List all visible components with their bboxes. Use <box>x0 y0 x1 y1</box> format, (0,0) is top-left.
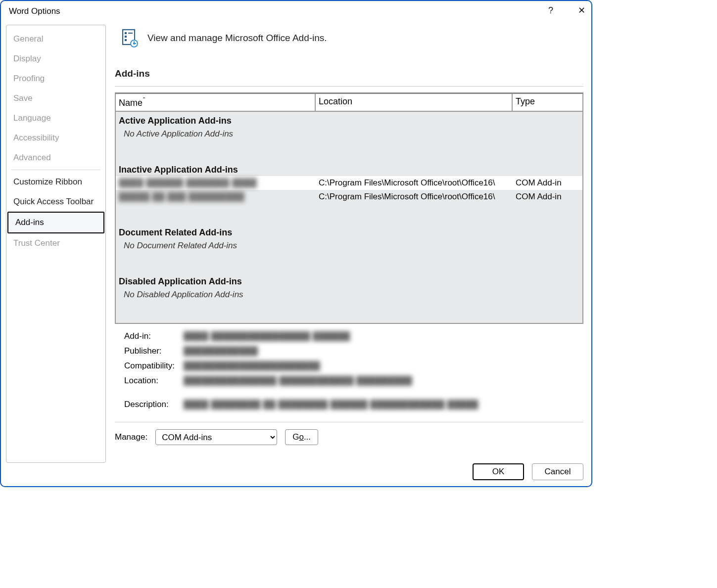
sidebar-item-accessibility[interactable]: Accessibility <box>6 128 105 148</box>
addins-header-icon <box>122 29 139 47</box>
titlebar: Word Options ? ✕ <box>1 1 591 22</box>
detail-label-location: Location: <box>124 376 184 386</box>
help-icon[interactable]: ? <box>546 5 556 16</box>
sidebar-item-language[interactable]: Language <box>6 108 105 128</box>
group-document-addins: Document Related Add-ins <box>116 224 582 239</box>
separator <box>115 422 583 422</box>
svg-rect-2 <box>125 36 127 38</box>
addin-type: COM Add-in <box>516 192 579 202</box>
column-header-name-label: Name <box>119 98 143 108</box>
window-title: Word Options <box>9 6 60 16</box>
content-pane: View and manage Microsoft Office Add-ins… <box>115 25 586 480</box>
group-active-empty: No Active Application Add-ins <box>116 127 582 141</box>
sidebar-item-advanced[interactable]: Advanced <box>6 148 105 168</box>
dialog-body: General Display Proofing Save Language A… <box>1 22 591 486</box>
addin-details: Add-in: ████ ████████████████ ██████ Pub… <box>115 324 583 412</box>
addin-row[interactable]: █████ ██ ███ █████████ C:\Program Files\… <box>116 190 582 204</box>
svg-rect-3 <box>125 39 127 41</box>
detail-label-description: Description: <box>124 400 184 409</box>
group-disabled-addins: Disabled Application Add-ins <box>116 272 582 288</box>
group-disabled-empty: No Disabled Application Add-ins <box>116 288 582 302</box>
svg-rect-1 <box>125 32 127 34</box>
addins-table-header: Nameˆ Location Type <box>116 94 582 112</box>
dialog-footer: OK Cancel <box>473 463 583 480</box>
close-icon[interactable]: ✕ <box>576 5 586 16</box>
sidebar-separator <box>11 170 100 170</box>
panel-header: View and manage Microsoft Office Add-ins… <box>115 25 583 50</box>
sidebar-item-add-ins[interactable]: Add-ins <box>7 212 104 233</box>
column-header-name[interactable]: Nameˆ <box>116 94 316 111</box>
detail-value-addin: ████ ████████████████ ██████ <box>184 331 583 341</box>
manage-label: Manage: <box>115 432 147 442</box>
addin-name: █████ ██ ███ █████████ <box>119 192 319 202</box>
group-document-empty: No Document Related Add-ins <box>116 239 582 253</box>
addin-name: ████ ██████ ███████ ████ <box>119 178 319 188</box>
ok-button[interactable]: OK <box>473 463 524 480</box>
detail-value-description: ████ ████████ ██ ████████ ██████ ███████… <box>184 400 583 409</box>
addin-type: COM Add-in <box>516 178 579 188</box>
sidebar-item-customize-ribbon[interactable]: Customize Ribbon <box>6 172 105 192</box>
detail-label-compatibility: Compatibility: <box>124 361 184 371</box>
section-title-addins: Add-ins <box>115 68 583 79</box>
cancel-button[interactable]: Cancel <box>532 463 583 480</box>
addin-location: C:\Program Files\Microsoft Office\root\O… <box>319 192 516 202</box>
sidebar-item-trust-center[interactable]: Trust Center <box>6 233 105 253</box>
manage-row: Manage: COM Add-ins Go... <box>115 429 583 445</box>
addin-row[interactable]: ████ ██████ ███████ ████ C:\Program File… <box>116 176 582 190</box>
addins-table: Nameˆ Location Type Active Application A… <box>115 92 583 324</box>
sidebar-item-proofing[interactable]: Proofing <box>6 69 105 89</box>
sidebar-item-display[interactable]: Display <box>6 49 105 69</box>
svg-point-6 <box>133 43 135 45</box>
detail-label-publisher: Publisher: <box>124 346 184 356</box>
detail-value-compatibility: ██████████████████████ <box>184 361 583 371</box>
group-active-addins: Active Application Add-ins <box>116 112 582 127</box>
sidebar-item-save[interactable]: Save <box>6 89 105 108</box>
detail-label-addin: Add-in: <box>124 331 184 341</box>
separator <box>115 86 583 87</box>
window-controls: ? ✕ <box>546 5 586 16</box>
sidebar-item-quick-access-toolbar[interactable]: Quick Access Toolbar <box>6 192 105 212</box>
sidebar-item-general[interactable]: General <box>6 29 105 49</box>
column-header-location[interactable]: Location <box>316 94 513 111</box>
detail-value-publisher: ████████████ <box>184 346 583 356</box>
column-header-type[interactable]: Type <box>513 94 582 111</box>
manage-select[interactable]: COM Add-ins <box>155 429 277 445</box>
addin-location: C:\Program Files\Microsoft Office\root\O… <box>319 178 516 188</box>
panel-header-title: View and manage Microsoft Office Add-ins… <box>147 33 327 44</box>
sort-ascending-icon: ˆ <box>143 96 145 104</box>
go-button[interactable]: Go... <box>285 429 318 445</box>
options-sidebar: General Display Proofing Save Language A… <box>6 25 106 463</box>
detail-value-location: ███████████████ ████████████ █████████ <box>184 376 583 386</box>
word-options-dialog: Word Options ? ✕ General Display Proofin… <box>0 0 592 487</box>
group-inactive-addins: Inactive Application Add-ins <box>116 161 582 176</box>
